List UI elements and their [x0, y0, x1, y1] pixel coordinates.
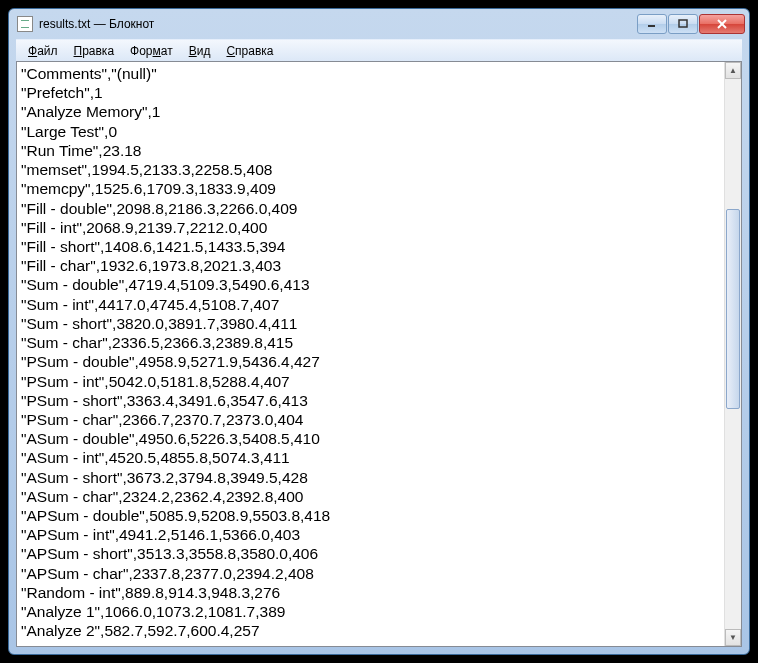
scroll-track[interactable] [725, 79, 741, 629]
svg-rect-1 [679, 20, 687, 27]
close-icon [716, 19, 728, 29]
menu-view[interactable]: Вид [181, 42, 219, 60]
vertical-scrollbar: ▲ ▼ [724, 62, 741, 646]
minimize-icon [647, 19, 657, 29]
menubar: Файл Правка Формат Вид Справка [16, 39, 742, 61]
window-frame: results.txt — Блокнот Файл Правка Формат… [8, 8, 750, 655]
menu-format[interactable]: Формат [122, 42, 181, 60]
minimize-button[interactable] [637, 14, 667, 34]
scroll-thumb[interactable] [726, 209, 740, 409]
titlebar[interactable]: results.txt — Блокнот [9, 9, 749, 39]
window-controls [637, 14, 745, 34]
content-wrapper: "Comments","(null)" "Prefetch",1 "Analyz… [16, 61, 742, 647]
menu-help[interactable]: Справка [218, 42, 281, 60]
maximize-icon [678, 19, 688, 29]
menu-file[interactable]: Файл [20, 42, 66, 60]
text-content[interactable]: "Comments","(null)" "Prefetch",1 "Analyz… [17, 62, 724, 646]
close-button[interactable] [699, 14, 745, 34]
menu-edit[interactable]: Правка [66, 42, 123, 60]
notepad-icon [17, 16, 33, 32]
maximize-button[interactable] [668, 14, 698, 34]
scroll-up-button[interactable]: ▲ [725, 62, 741, 79]
scroll-down-button[interactable]: ▼ [725, 629, 741, 646]
window-title: results.txt — Блокнот [39, 17, 637, 31]
